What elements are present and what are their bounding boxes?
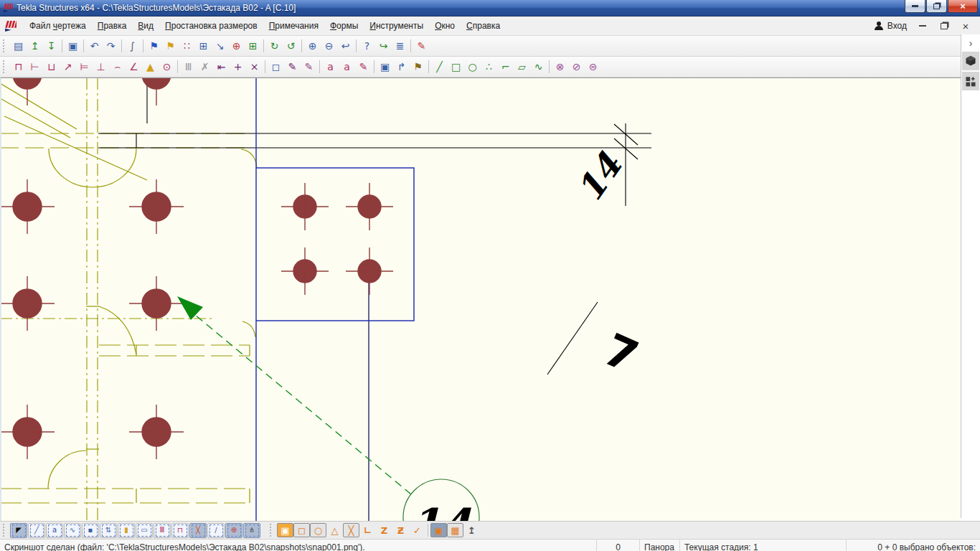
close-button[interactable]: ×: [948, 0, 978, 13]
select-all-button[interactable]: ◤: [10, 523, 27, 538]
snap-priority-button[interactable]: ↥: [463, 523, 480, 537]
menu-dimensioning[interactable]: Простановка размеров: [159, 19, 263, 33]
select-grids-button[interactable]: ⊕: [225, 523, 242, 538]
draw-line-button[interactable]: ╱: [431, 59, 448, 75]
menu-window[interactable]: Окно: [429, 19, 461, 33]
open-model-button[interactable]: ↪: [375, 38, 392, 54]
dim-group-delete-button[interactable]: ✗: [197, 59, 213, 75]
dim-perpendicular-button[interactable]: ⊥: [93, 59, 109, 75]
select-hatches-button[interactable]: ╳: [189, 523, 207, 538]
draw-polyline-button[interactable]: ▱: [514, 59, 530, 75]
mark-flag-button[interactable]: ⚑: [410, 59, 426, 75]
dim-remove-point-button[interactable]: ×: [246, 59, 263, 75]
dim-curved-button[interactable]: ⌢: [109, 59, 126, 75]
view-origin-button[interactable]: ⊕: [228, 38, 245, 54]
update-view-button[interactable]: ↺: [283, 38, 299, 54]
detail-leader-annotation[interactable]: 14: [177, 296, 479, 521]
select-dimension-tags-button[interactable]: ⊓: [171, 523, 189, 538]
login-button[interactable]: Вход: [875, 21, 907, 31]
mark-content-button[interactable]: ∷: [179, 38, 195, 54]
snap-center-button[interactable]: ○: [310, 523, 326, 537]
text-along-line-button[interactable]: a: [339, 59, 355, 75]
select-views-button[interactable]: ▭: [136, 523, 153, 538]
doc-restore-button[interactable]: [938, 20, 950, 32]
menu-help[interactable]: Справка: [461, 19, 506, 33]
expand-panel-button[interactable]: ›: [961, 34, 980, 50]
fetch-drawing-button[interactable]: ↥: [27, 38, 43, 54]
erase-mark-button[interactable]: ⊜: [585, 59, 601, 75]
doc-close-button[interactable]: ×: [960, 20, 971, 32]
snap-ortho-button[interactable]: ▣: [430, 523, 447, 537]
leader-line-button[interactable]: ↱: [393, 59, 410, 75]
select-dimension-button[interactable]: ◻: [268, 59, 284, 75]
dim-corner-button[interactable]: ⊢: [27, 59, 43, 75]
dim-orthogonal-button[interactable]: ⊓: [10, 59, 27, 75]
select-hatch-lines-button[interactable]: ∕: [207, 523, 225, 538]
add-view-button[interactable]: ⊞: [245, 38, 261, 54]
select-weld-symbols-button[interactable]: ⋔: [243, 523, 260, 538]
components-button[interactable]: [962, 72, 979, 90]
paint-marks-button[interactable]: ✎: [355, 59, 372, 75]
menu-tools[interactable]: Инструменты: [364, 19, 429, 33]
drawing-area[interactable]: 14 14 7: [0, 77, 961, 521]
menu-annotations[interactable]: Примечания: [263, 19, 324, 33]
snap-midpoint-button[interactable]: △: [326, 523, 343, 537]
snap-perpendicular-button[interactable]: ∟: [359, 523, 376, 537]
model-view-button[interactable]: [962, 52, 979, 70]
erase-text-button[interactable]: ⊘: [568, 59, 585, 75]
text-leader-button[interactable]: a: [322, 59, 339, 75]
dim-triangle-button[interactable]: ▲: [142, 59, 159, 75]
dim-mark-edit-button[interactable]: ✎: [284, 59, 301, 75]
menu-drawing-file[interactable]: Файл чертежа: [24, 19, 92, 33]
select-texts-button[interactable]: a: [46, 523, 63, 538]
detail-mark-label[interactable]: 14: [410, 499, 472, 521]
snap-extension-button[interactable]: Z: [376, 523, 392, 537]
dim-insert-point-button[interactable]: +: [230, 59, 246, 75]
zoom-previous-button[interactable]: ↩: [337, 38, 354, 54]
dim-mark-move-button[interactable]: ✎: [301, 59, 317, 75]
dim-free-button[interactable]: ⊔: [43, 59, 60, 75]
snap-reference-button[interactable]: ▣: [277, 523, 293, 537]
selection-rectangle[interactable]: [256, 78, 414, 521]
dim-parallel-button[interactable]: ↗: [60, 59, 76, 75]
minimize-button[interactable]: [905, 0, 925, 13]
draw-rectangle-button[interactable]: □: [448, 59, 464, 75]
draw-polygon-button[interactable]: ⌐: [497, 59, 514, 75]
dim-group-straight-button[interactable]: Ⅲ: [180, 59, 197, 75]
save-drawing-button[interactable]: ↧: [43, 38, 60, 54]
select-marks-button[interactable]: ⇅: [100, 523, 117, 538]
zoom-out-button[interactable]: ⊖: [321, 38, 337, 54]
select-welds-button[interactable]: ▮: [118, 523, 135, 538]
section-mark[interactable]: 7: [596, 323, 646, 383]
draw-circle-button[interactable]: ○: [464, 59, 481, 75]
toolbar-grip[interactable]: [3, 60, 8, 73]
mark-blue-button[interactable]: ⚑: [146, 38, 162, 54]
steel-hidden-outline[interactable]: [1, 83, 257, 503]
beam-mark[interactable]: 14: [569, 146, 630, 209]
select-polylines-button[interactable]: ∿: [64, 523, 81, 538]
frame-around-text-button[interactable]: ▣: [377, 59, 393, 75]
fit-work-area-button[interactable]: ⊞: [195, 38, 212, 54]
drawing-properties-button[interactable]: ▤: [10, 38, 27, 54]
beam-outline[interactable]: [98, 78, 651, 375]
redo-button[interactable]: ↷: [103, 38, 119, 54]
doc-minimize-button[interactable]: [917, 20, 928, 32]
dim-check-button[interactable]: ⊙: [159, 59, 175, 75]
feedback-tool-button[interactable]: ✎: [413, 38, 430, 54]
restore-button[interactable]: [926, 0, 947, 13]
undo-button[interactable]: ↶: [86, 38, 103, 54]
snap-settings-button[interactable]: ▦: [447, 523, 463, 537]
dim-anchor-button[interactable]: ⊨: [76, 59, 93, 75]
bolt-group[interactable]: [1, 78, 393, 459]
snap-nearest-button[interactable]: Ƶ: [392, 523, 409, 537]
lasso-select-button[interactable]: ∫: [124, 38, 141, 54]
toolbar-grip[interactable]: [270, 524, 275, 537]
snap-intersection-button[interactable]: ╳: [343, 523, 359, 537]
draw-points-button[interactable]: ∴: [481, 59, 497, 75]
erase-symbol-button[interactable]: ⊗: [552, 59, 568, 75]
snap-geometry-button[interactable]: ◻: [293, 523, 310, 537]
menu-edit[interactable]: Правка: [92, 19, 133, 33]
menu-view[interactable]: Вид: [132, 19, 159, 33]
drawing-canvas[interactable]: 14 14 7: [1, 78, 961, 521]
toolbar-grip[interactable]: [3, 39, 8, 52]
